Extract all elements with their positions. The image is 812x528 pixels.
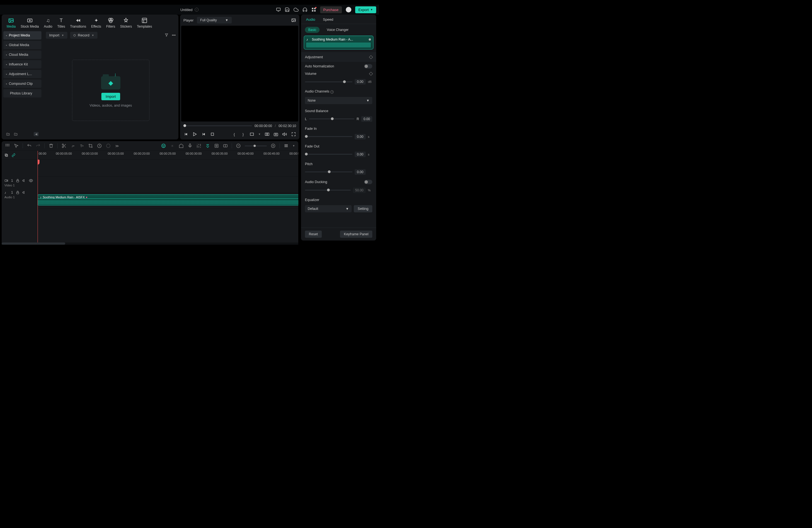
balance-value[interactable]: 0.00 — [361, 116, 372, 122]
grid-icon[interactable] — [5, 143, 10, 148]
equalizer-setting-button[interactable]: Setting — [354, 205, 372, 212]
speed-icon[interactable] — [97, 143, 102, 148]
equalizer-select[interactable]: Default▼ — [305, 205, 352, 212]
marker-icon[interactable] — [179, 143, 184, 148]
mute-icon[interactable] — [23, 191, 26, 194]
quality-dropdown[interactable]: Full Quality▼ — [197, 17, 232, 24]
keyframe-tool-icon[interactable] — [214, 143, 219, 148]
text-icon[interactable]: T▾ — [79, 143, 84, 148]
player-scrubber[interactable] — [184, 126, 252, 126]
balance-slider[interactable] — [309, 118, 354, 119]
import-dropdown[interactable]: Import▼ — [46, 32, 68, 39]
lock-icon[interactable] — [16, 179, 19, 182]
apps-icon[interactable] — [311, 7, 316, 12]
timeline-scrollbar[interactable] — [2, 243, 298, 245]
split-icon[interactable] — [62, 143, 67, 148]
filter-icon[interactable] — [164, 33, 169, 37]
ducking-slider[interactable] — [305, 190, 351, 191]
adjustment-layer-icon[interactable] — [223, 143, 228, 148]
support-icon[interactable] — [302, 7, 307, 12]
tab-transitions[interactable]: Transitions — [70, 17, 86, 28]
user-avatar[interactable] — [346, 7, 351, 12]
tab-audio[interactable]: ♫Audio — [44, 17, 53, 28]
tab-stickers[interactable]: Stickers — [120, 17, 132, 28]
sidebar-influence-kit[interactable]: ▸Influence Kit — [3, 60, 41, 69]
fade-in-slider[interactable] — [305, 136, 352, 137]
play-icon[interactable] — [192, 132, 197, 137]
cursor-icon[interactable] — [14, 143, 19, 148]
inspector-tab-audio[interactable]: Audio — [306, 17, 315, 21]
redo-icon[interactable] — [35, 143, 41, 148]
mark-in-icon[interactable]: { — [232, 132, 237, 137]
export-button[interactable]: Export▼ — [355, 6, 376, 13]
auto-normalization-toggle[interactable] — [364, 64, 372, 69]
delete-icon[interactable] — [48, 143, 54, 148]
undo-icon[interactable] — [27, 143, 32, 148]
snapshot-panel-icon[interactable] — [291, 18, 296, 23]
sidebar-project-media[interactable]: ▸Project Media — [3, 31, 41, 40]
tab-templates[interactable]: Templates — [137, 17, 152, 28]
tab-filters[interactable]: Filters — [106, 17, 115, 28]
media-dropzone[interactable]: ↓ Import Videos, audios, and images — [43, 41, 178, 140]
lock-icon[interactable] — [16, 191, 19, 194]
mixer-icon[interactable] — [197, 143, 201, 148]
pitch-value[interactable]: 0.00 — [354, 169, 366, 175]
track-view-chevron-icon[interactable]: ▼ — [292, 144, 295, 147]
prev-frame-icon[interactable] — [184, 132, 188, 137]
cloud-icon[interactable] — [294, 7, 299, 12]
track-layers-icon[interactable] — [4, 153, 8, 157]
mute-icon[interactable] — [23, 179, 26, 182]
sidebar-photos-library[interactable]: Photos Library — [3, 89, 41, 98]
stop-icon[interactable] — [210, 132, 215, 137]
save-icon[interactable] — [285, 7, 290, 12]
tab-media[interactable]: Media — [6, 17, 16, 28]
keyframe-diamond-icon[interactable] — [369, 55, 373, 59]
music-icon[interactable]: ♪▾ — [70, 143, 75, 148]
info-icon[interactable]: i — [330, 90, 334, 93]
link-icon[interactable] — [12, 153, 15, 157]
audio-track-1[interactable]: ♪Soothing Medium Rain - AISFX♥ — [38, 193, 298, 209]
audio-clip[interactable]: ♪Soothing Medium Rain - AISFX♥ — [38, 194, 298, 205]
audio-channels-select[interactable]: None▼ — [305, 97, 372, 104]
sidebar-cloud-media[interactable]: ▸Cloud Media — [3, 50, 41, 59]
fullscreen-icon[interactable] — [291, 132, 296, 137]
zoom-out-icon[interactable] — [236, 143, 241, 148]
video-track-1[interactable] — [38, 177, 298, 193]
subtab-basic[interactable]: Basic — [305, 27, 320, 33]
display-icon[interactable] — [276, 7, 281, 12]
pitch-slider[interactable] — [305, 172, 352, 172]
zoom-slider[interactable] — [245, 146, 267, 146]
volume-value[interactable]: 0.00 — [354, 79, 366, 85]
visibility-icon[interactable] — [29, 179, 33, 182]
subtab-voice-changer[interactable]: Voice Changer — [323, 27, 352, 33]
inspector-tab-speed[interactable]: Speed — [323, 17, 333, 21]
voiceover-icon[interactable] — [188, 143, 192, 148]
timeline-ruler[interactable]: 00:00 00:00:05:00 00:00:10:00 00:00:15:0… — [38, 151, 298, 160]
tab-titles[interactable]: TTitles — [57, 17, 65, 28]
color-icon[interactable] — [106, 143, 111, 148]
volume-slider[interactable] — [305, 82, 352, 82]
compare-icon[interactable] — [265, 132, 270, 137]
player-viewport[interactable] — [181, 26, 298, 121]
spacer-track[interactable] — [38, 160, 298, 177]
track-view-icon[interactable] — [284, 143, 289, 148]
clip-handle-icon[interactable] — [369, 39, 371, 41]
ai-icon[interactable] — [161, 143, 166, 148]
more-tools-icon[interactable]: ≫ — [115, 143, 120, 148]
collapse-sidebar-icon[interactable]: ◀ — [34, 132, 39, 136]
import-button[interactable]: Import — [101, 93, 120, 100]
fade-in-value[interactable]: 0.00 — [354, 134, 366, 140]
sidebar-compound-clip[interactable]: ▸Compound Clip — [3, 79, 41, 88]
reset-button[interactable]: Reset — [305, 231, 322, 238]
volume-keyframe-icon[interactable] — [369, 72, 373, 76]
new-folder-icon[interactable] — [6, 132, 10, 136]
delete-folder-icon[interactable] — [14, 132, 18, 136]
sidebar-adjustment-layer[interactable]: ▸Adjustment L... — [3, 70, 41, 78]
zoom-in-icon[interactable] — [271, 143, 276, 148]
adjustment-section[interactable]: Adjustment — [301, 52, 376, 62]
magnetic-icon[interactable] — [205, 143, 210, 148]
keyframe-panel-button[interactable]: Keyframe Panel — [340, 231, 372, 238]
tab-stock-media[interactable]: Stock Media — [21, 17, 39, 28]
tab-effects[interactable]: ✦Effects — [91, 17, 101, 28]
selected-clip-card[interactable]: ♪Soothing Medium Rain - A... — [304, 35, 373, 49]
